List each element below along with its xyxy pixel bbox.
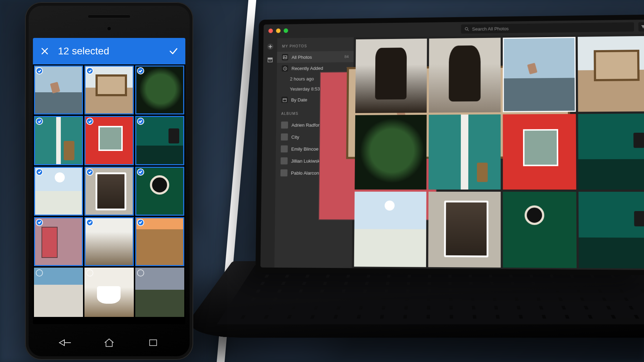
recent-apps-button[interactable] [144,336,162,350]
albums-list: Adrien Radford18City5Emily Blincoe17Jill… [275,119,353,179]
laptop-screen-bezel: Search All Photos [255,15,644,275]
photo-thumb-retro-tv-bench[interactable] [84,65,133,114]
grid-photo-0[interactable] [355,39,427,113]
my-photos-heading-label: MY PHOTOS [282,44,307,48]
filter-button[interactable] [638,22,644,31]
album-thumb-icon [281,133,288,141]
albums-heading-label: ALBUMS [281,112,298,116]
search-placeholder: Search All Photos [472,26,508,31]
search-field[interactable]: Search All Photos [461,22,634,34]
checkmark-selected-icon[interactable] [86,168,93,176]
svg-line-3 [468,30,469,31]
checkmark-selected-icon[interactable] [86,118,93,125]
grid-photo-6[interactable] [503,114,576,190]
svg-rect-5 [268,58,273,59]
photo-thumb-vintage-portrait-held[interactable] [84,167,133,216]
grid-photo-8[interactable] [354,192,426,267]
svg-rect-6 [268,59,272,62]
desktop-app-window: Search All Photos [260,20,644,270]
photo-thumb-turquoise-door-kid[interactable] [34,116,83,165]
sidebar-item-label: Recently Added [292,65,343,71]
checkmark-selected-icon[interactable] [36,118,43,125]
checkmark-selected-icon[interactable] [86,219,93,226]
grid-photo-2[interactable] [503,37,576,112]
svg-rect-1 [150,340,157,346]
photo-thumb-green-salad-overhead[interactable] [135,65,184,114]
checkmark-selected-icon[interactable] [36,67,43,74]
sidebar-item-label: All Photos [292,54,341,60]
window-minimize-button[interactable] [276,29,280,33]
photo-thumb-person-jumping-sunset[interactable] [34,65,83,114]
photo-grid-area: | ▼ ★ ★ ★ ★ ★ [352,34,644,270]
album-thumb-icon [280,157,288,165]
album-item[interactable]: City5 [276,131,353,143]
grid-photo-1[interactable] [429,38,501,112]
clock-icon [282,65,288,72]
photos-icon [282,54,288,60]
window-close-button[interactable] [268,29,273,33]
photo-thumb-green-room-woman[interactable] [135,116,184,165]
close-selection-button[interactable] [39,46,50,57]
grid-photo-5[interactable] [428,114,501,190]
album-thumb-icon [281,122,288,129]
laptop-device-frame: Search All Photos [218,11,644,361]
grid-photo-10[interactable] [503,192,577,268]
selection-header: 12 selected [33,38,185,64]
phone-speaker [88,15,131,18]
phone-screen: 12 selected [33,38,185,324]
checkmark-selected-icon[interactable] [137,67,144,74]
svg-point-2 [465,27,468,30]
grid-photo-7[interactable] [578,113,644,190]
lightroom-app: Search All Photos [260,20,644,270]
checkmark-selected-icon[interactable] [36,219,43,226]
app-body: MY PHOTOS All Photos 84 [260,34,644,270]
checkmark-selected-icon[interactable] [137,118,144,125]
checkmark-selected-icon[interactable] [86,67,93,74]
photo-thumb-purple-flowers-field[interactable] [135,268,184,317]
my-photos-heading: MY PHOTOS [277,41,354,52]
sidebar-item-count: 84 [345,54,349,59]
checkmark-unselected-icon[interactable] [86,269,93,277]
svg-rect-11 [283,98,286,102]
photo-thumb-cotton-flower-hand[interactable] [34,167,83,216]
window-maximize-button[interactable] [284,28,288,33]
grid-photo-3[interactable] [577,36,644,112]
photo-thumb-red-wall-window[interactable] [84,116,133,165]
sidebar-item-all-photos[interactable]: All Photos 84 [277,51,353,63]
phone-device-frame: 12 selected [25,2,193,360]
grid-photo-9[interactable] [428,192,501,268]
confirm-selection-button[interactable] [168,46,179,57]
photo-thumb-bedroom-bed[interactable] [84,268,133,317]
album-thumb-icon [280,169,288,176]
home-button[interactable] [100,336,118,350]
archive-icon[interactable] [267,56,274,63]
sidebar: MY PHOTOS All Photos 84 [274,37,353,270]
checkmark-selected-icon[interactable] [137,168,144,176]
photo-thumb-graffiti-wall[interactable] [34,268,83,317]
window-traffic-lights [268,28,288,33]
photo-thumb-coffee-cup-green[interactable] [135,167,184,216]
selection-count-title: 12 selected [58,45,168,57]
photo-thumb-pink-doorway-friends[interactable] [34,217,83,266]
grid-photo-4[interactable] [355,115,426,190]
checkmark-unselected-icon[interactable] [36,269,43,277]
phone-photo-grid [33,64,185,318]
calendar-icon [281,97,288,103]
add-photos-icon[interactable] [267,43,274,50]
checkmark-selected-icon[interactable] [36,168,43,176]
phone-front-camera [107,26,111,31]
photo-thumb-autumn-boulevard[interactable] [135,217,184,266]
search-icon [465,26,469,31]
album-thumb-icon [281,145,288,152]
grid-photo-11[interactable] [578,192,644,269]
checkmark-selected-icon[interactable] [137,219,144,226]
desktop-photo-grid [352,34,644,270]
photo-thumb-tree-lined-street[interactable] [84,217,133,266]
checkmark-unselected-icon[interactable] [137,269,144,277]
phone-nav-buttons [25,336,193,350]
back-button[interactable] [56,336,74,350]
